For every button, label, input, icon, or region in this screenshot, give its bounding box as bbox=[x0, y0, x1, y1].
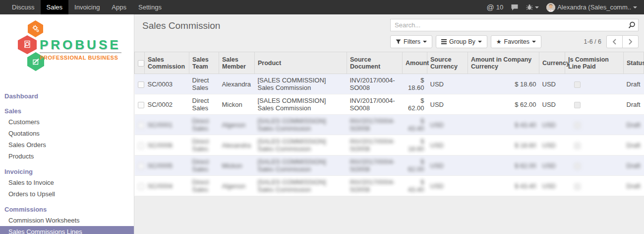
filters-button-label: Filters bbox=[404, 38, 420, 45]
select-all-checkbox[interactable] bbox=[138, 60, 144, 67]
search-input[interactable] bbox=[390, 19, 639, 31]
cell-source-currency: USD bbox=[427, 74, 468, 94]
menu-item-commission-worksheets[interactable]: Commission Worksheets bbox=[0, 215, 134, 226]
cell-source-currency: USD bbox=[427, 135, 468, 156]
chevron-down-icon bbox=[535, 6, 539, 8]
row-select-cell bbox=[135, 74, 145, 94]
cell-id: SC/0002 bbox=[145, 94, 189, 115]
menu-item-sales-commissions-lines[interactable]: Sales Commissions Lines bbox=[0, 226, 134, 234]
page-title: Sales Commission bbox=[142, 20, 220, 31]
row-select-cell bbox=[135, 94, 145, 115]
search-bar bbox=[390, 19, 639, 31]
cell-currency: USD bbox=[539, 176, 565, 196]
column-header-sales-member[interactable]: Sales Member bbox=[219, 52, 255, 74]
table-row[interactable]: SC/0003Direct SalesAlexandra[SALES COMMI… bbox=[135, 74, 644, 94]
cell-member: Algenon bbox=[219, 176, 255, 196]
menu-item-quotations[interactable]: Quotations bbox=[0, 128, 134, 139]
cell-status: Draft bbox=[624, 94, 644, 115]
cell-currency: USD bbox=[539, 115, 565, 135]
menu-heading-sales[interactable]: Sales bbox=[0, 106, 134, 116]
user-menu[interactable]: Alexandra (Sales_comm.. bbox=[546, 3, 637, 12]
cell-product: [SALES COMMISSION] Sales Commission bbox=[255, 94, 347, 115]
column-header-sales-team[interactable]: Sales Team bbox=[189, 52, 219, 74]
pager-previous-button[interactable] bbox=[606, 35, 623, 48]
nav-app-apps[interactable]: Apps bbox=[106, 0, 132, 14]
column-header-source-document[interactable]: Source Document bbox=[347, 52, 403, 74]
row-select-checkbox[interactable] bbox=[138, 81, 144, 88]
table-row[interactable]: SC/0002Direct SalesMickon[SALES COMMISSI… bbox=[135, 94, 644, 115]
menu-item-sales-to-invoice[interactable]: Sales to Invoice bbox=[0, 177, 134, 188]
cell-status: Draft bbox=[624, 176, 644, 196]
is-paid-checkbox bbox=[574, 102, 581, 108]
menu-heading-invoicing[interactable]: Invoicing bbox=[0, 166, 134, 177]
table-row[interactable]: SC/0005Direct SalesMickon[SALES COMMISSI… bbox=[135, 156, 644, 176]
row-select-checkbox[interactable] bbox=[138, 183, 144, 190]
pager-range: 1-6 / 6 bbox=[584, 38, 601, 45]
cell-amount: $ 62.00 bbox=[403, 156, 427, 176]
table-body: SC/0003Direct SalesAlexandra[SALES COMMI… bbox=[135, 74, 644, 196]
cell-amount-company: $ 43.40 bbox=[468, 176, 539, 196]
column-header-product[interactable]: Product bbox=[255, 52, 347, 74]
is-paid-checkbox bbox=[574, 122, 581, 129]
cell-team: Direct Sales bbox=[189, 74, 219, 94]
row-select-cell bbox=[135, 176, 145, 196]
column-header-status[interactable]: Status bbox=[624, 52, 644, 74]
column-header-sales-commission[interactable]: Sales Commission bbox=[145, 52, 189, 74]
chevron-left-icon bbox=[612, 39, 617, 45]
main-content: Sales Commission Filters Group By bbox=[134, 14, 644, 234]
cell-amount: $ 18.60 bbox=[403, 74, 427, 94]
is-paid-checkbox bbox=[574, 163, 581, 169]
cell-status: Draft bbox=[624, 74, 644, 94]
column-header-source-currency[interactable]: Source Currency bbox=[427, 52, 468, 74]
debug-menu[interactable] bbox=[526, 4, 539, 10]
messages-counter[interactable]: @ 10 bbox=[486, 3, 503, 11]
cell-source-doc: INV/2017/0004-SO008 bbox=[347, 156, 403, 176]
brand-tagline: PROFESSIONAL BUSINESS bbox=[40, 55, 121, 61]
cell-source-doc: INV/2017/0004-SO008 bbox=[347, 94, 403, 115]
column-header-is-commision-line-paid[interactable]: Is Commision Line Paid bbox=[565, 52, 624, 74]
column-header-currency[interactable]: Currency bbox=[539, 52, 565, 74]
row-select-checkbox[interactable] bbox=[138, 102, 144, 108]
nav-app-invoicing[interactable]: Invoicing bbox=[68, 0, 106, 14]
cell-status: Draft bbox=[624, 115, 644, 135]
is-paid-checkbox bbox=[574, 183, 581, 190]
menu-item-products[interactable]: Products bbox=[0, 151, 134, 162]
cell-amount-company: $ 18.60 bbox=[468, 135, 539, 156]
control-panel: Sales Commission Filters Group By bbox=[134, 14, 644, 52]
cell-member: Alexandra bbox=[219, 135, 255, 156]
cell-source-currency: USD bbox=[427, 115, 468, 135]
chat-icon[interactable] bbox=[511, 4, 519, 11]
chevron-down-icon bbox=[633, 6, 637, 8]
nav-app-settings[interactable]: Settings bbox=[132, 0, 168, 14]
search-icon[interactable] bbox=[628, 21, 636, 31]
column-header-amount[interactable]: Amount bbox=[403, 52, 427, 74]
logo-hex-gears-icon bbox=[28, 20, 43, 37]
nav-app-discuss[interactable]: Discuss bbox=[6, 0, 41, 14]
cell-amount-company: $ 62.00 bbox=[468, 94, 539, 115]
cell-product: [SALES COMMISSION] Sales Commission bbox=[255, 135, 347, 156]
chevron-down-icon bbox=[478, 41, 482, 43]
menu-item-customers[interactable]: Customers bbox=[0, 116, 134, 128]
row-select-checkbox[interactable] bbox=[138, 163, 144, 169]
filter-icon bbox=[396, 39, 401, 45]
cell-team: Direct Sales bbox=[189, 156, 219, 176]
row-select-checkbox[interactable] bbox=[138, 122, 144, 129]
cell-currency: USD bbox=[539, 156, 565, 176]
table-row[interactable]: SC/0004Direct SalesAlgenon[SALES COMMISS… bbox=[135, 176, 644, 196]
cell-amount: $ 43.40 bbox=[403, 115, 427, 135]
chevron-down-icon bbox=[532, 41, 536, 43]
menu-heading-commissions[interactable]: Commissions bbox=[0, 204, 134, 215]
table-header-row: Sales CommissionSales TeamSales MemberPr… bbox=[135, 52, 644, 74]
table-row[interactable]: SC/0001Direct SalesAlgenon[SALES COMMISS… bbox=[135, 115, 644, 135]
row-select-checkbox[interactable] bbox=[138, 143, 144, 149]
filters-button[interactable]: Filters bbox=[390, 35, 432, 48]
group-by-button[interactable]: Group By bbox=[436, 35, 487, 48]
nav-app-sales[interactable]: Sales bbox=[41, 0, 69, 14]
menu-item-sales-orders[interactable]: Sales Orders bbox=[0, 139, 134, 151]
favorites-button[interactable]: ★ Favorites bbox=[491, 35, 541, 48]
menu-item-orders-to-upsell[interactable]: Orders to Upsell bbox=[0, 188, 134, 200]
menu-heading-dashboard[interactable]: Dashboard bbox=[0, 91, 134, 101]
table-row[interactable]: SC/0006Direct SalesAlexandra[SALES COMMI… bbox=[135, 135, 644, 156]
column-header-amount-in-company-currency[interactable]: Amount in Company Currency bbox=[468, 52, 539, 74]
pager-next-button[interactable] bbox=[622, 35, 639, 48]
